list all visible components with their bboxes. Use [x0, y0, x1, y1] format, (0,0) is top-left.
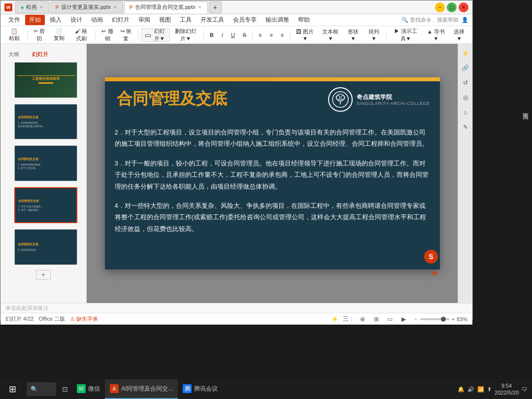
menu-help[interactable]: 帮助 [294, 15, 314, 25]
delete-slide-button[interactable]: 删除幻灯片▼ [171, 28, 200, 42]
slide-thumb-4[interactable]: 合同管理及交底 2. 对于大型工程项目... 3. 对于一般的项目... [14, 187, 77, 223]
slide-thumb-2[interactable]: 合同管理及交底 1. 合同管理的目标 合同管理的意义和目标... [14, 104, 77, 140]
tray-icon-2[interactable]: 🔊 [467, 386, 474, 393]
close-button[interactable]: × [459, 2, 468, 12]
menu-start[interactable]: 开始 [25, 15, 45, 25]
status-icon-3[interactable]: ⊕ [358, 315, 367, 324]
taskbar-wps[interactable]: A AI同管理及合同交... [105, 379, 178, 399]
tab-songyan[interactable]: ● 松燕 × [15, 1, 49, 13]
status-play-icon[interactable]: ▶ [399, 315, 409, 324]
panel-tool-5[interactable]: ⌂ [460, 107, 471, 118]
toolbar-sep-7 [386, 30, 387, 40]
status-icon-2[interactable]: 三： [344, 315, 354, 324]
outline-tab[interactable]: 大纲 [3, 49, 24, 59]
menu-animate[interactable]: 动画 [87, 15, 107, 25]
present-button[interactable]: ▶ 演示工具▼ [389, 28, 422, 42]
taskbar-apps: W 微信 A AI同管理及合同交... 腾 腾讯会议 [72, 379, 453, 399]
shape-button[interactable]: 形状▼ [344, 28, 363, 42]
tray-icon-3[interactable]: 📶 [477, 386, 484, 393]
slide-para-1: 2．对于大型的工程项目，设立项目的合同管理小组，专门负责与该项目有关的合同管理工… [115, 127, 430, 150]
panel-tool-6[interactable]: ✎ [460, 122, 471, 133]
taskbar-time[interactable]: 9:54 2022/5/20 [495, 382, 519, 397]
toolbar-sep-4 [203, 30, 204, 40]
slide-thumb-1[interactable]: 工程造价咨询体系 [14, 62, 77, 98]
slides-tab[interactable]: 幻灯片 [27, 49, 53, 59]
zoom-control: － + 83% [413, 315, 467, 323]
tray-icon-4[interactable]: ⬆ [487, 386, 492, 393]
undo-button[interactable]: ↩ 撤销 [99, 28, 116, 42]
cut-button[interactable]: ✂ 剪切 [31, 28, 48, 42]
insert-text-button[interactable]: 文本框▼ [319, 28, 342, 42]
toolbar-sep-5 [252, 30, 253, 40]
menu-dev[interactable]: 开发工具 [197, 15, 228, 25]
zoom-plus[interactable]: + [452, 316, 455, 322]
tray-icon-1[interactable]: 🔔 [458, 386, 465, 393]
menu-tools[interactable]: 工具 [176, 15, 196, 25]
menu-vip[interactable]: 会员专享 [229, 15, 261, 25]
tab-add[interactable]: + [209, 1, 222, 13]
tab-close-contract-icon[interactable]: × [198, 4, 202, 10]
tab-design[interactable]: P 设计变更及落实.pptx × [50, 1, 123, 13]
menu-file[interactable]: 文件 [4, 15, 24, 25]
italic-button[interactable]: I [219, 28, 226, 42]
copy-button[interactable]: 📄 复制 [49, 28, 69, 42]
panel-tool-1[interactable]: ⚡ [460, 48, 471, 59]
underline-button[interactable]: U [228, 28, 238, 42]
new-slide-button[interactable]: ▭ 幻灯片▼ [141, 28, 170, 42]
menu-review[interactable]: 审阅 [134, 15, 154, 25]
menu-insert[interactable]: 插入 [46, 15, 66, 25]
panel-tool-4[interactable]: ◎ [460, 92, 471, 103]
add-slide-button[interactable]: + [36, 270, 51, 280]
tab-contract[interactable]: P 合同管理及合同交底.pptx × [124, 1, 208, 13]
taskview-icon[interactable]: ⊡ [58, 382, 72, 396]
export-button[interactable]: ▲ 导书▼ [424, 28, 448, 42]
zoom-minus[interactable]: － [413, 315, 418, 323]
slide-thumb-3[interactable]: 合同管理及交底 2. 合同管理组织机构 1. 对于小型工程... [14, 145, 77, 181]
slide-group: ▭ 幻灯片▼ 删除幻灯片▼ [141, 28, 200, 42]
taskbar-search[interactable]: 🔍 [27, 382, 56, 396]
tab-close-icon[interactable]: × [39, 4, 44, 10]
format-painter-button[interactable]: 🖌 格式刷 [70, 28, 92, 42]
panel-tool-2[interactable]: 🔗 [460, 63, 471, 73]
windows-start-button[interactable]: ⊞ [0, 379, 25, 399]
slide-body: 2．对于大型的工程项目，设立项目的合同管理小组，专门负责与该项目有关的合同管理工… [115, 127, 430, 260]
notification-icon[interactable]: 🗨 [522, 386, 527, 392]
menu-slide[interactable]: 幻灯片 [108, 15, 133, 25]
maximize-button[interactable]: □ [447, 2, 457, 12]
paste-button[interactable]: 📋 粘贴 [4, 28, 24, 42]
zoom-slider[interactable] [420, 318, 450, 320]
right-panel: ⚡ 🔗 ↺ ◎ ⌂ ✎ [458, 44, 472, 303]
search-box[interactable]: 🔍 查找命令、搜索帮助 [401, 16, 459, 24]
slide-title[interactable]: 合同管理及交底 [117, 88, 227, 110]
status-slide-icon[interactable]: ▭ [385, 315, 395, 324]
menu-view[interactable]: 视图 [155, 15, 175, 25]
align-center-button[interactable]: ≡ [266, 28, 275, 42]
panel-tool-3[interactable]: ↺ [460, 77, 471, 88]
note-area[interactable]: 单击此处添加备注 [0, 303, 472, 313]
font-missing-icon: ⚠ [70, 316, 75, 322]
taskbar-meeting[interactable]: 腾 腾讯会议 [178, 379, 223, 399]
slide-icon: ▭ [145, 31, 151, 39]
status-icon-1[interactable]: ⚡ [330, 315, 340, 324]
taskbar-tray: 🔔 🔊 📶 ⬆ 9:54 2022/5/20 🗨 [453, 382, 532, 397]
font-missing[interactable]: ⚠ 缺失字体 [70, 315, 98, 323]
redo-button[interactable]: ↪ 恢复 [117, 28, 135, 42]
zh-badge: 中 [432, 270, 438, 278]
current-slide[interactable]: 奇点建筑学院 SINGULARITY-ARCHI-COLLEGE 合同管理及交底… [105, 77, 440, 269]
arrange-button[interactable]: 排列▼ [365, 28, 383, 42]
menu-output[interactable]: 输出调整 [262, 15, 293, 25]
select-button[interactable]: 选择▼ [450, 28, 468, 42]
strikethrough-button[interactable]: S [240, 28, 249, 42]
align-right-button[interactable]: ≡ [278, 28, 287, 42]
status-grid-icon[interactable]: ⊞ [371, 315, 381, 324]
bold-button[interactable]: B [207, 28, 217, 42]
menu-design[interactable]: 设计 [66, 15, 86, 25]
user-avatar: 👤 [462, 17, 468, 23]
slide-thumb-5[interactable]: 合同管理及交底 5. 合同交底内容... [14, 229, 77, 265]
minimize-button[interactable]: － [435, 2, 445, 12]
taskbar-wechat[interactable]: W 微信 [72, 379, 105, 399]
insert-picture-button[interactable]: 🖼 图片▼ [293, 28, 317, 42]
tab-close-design-icon[interactable]: × [113, 4, 118, 10]
toolbar-sep-3 [138, 30, 138, 40]
align-left-button[interactable]: ≡ [256, 28, 265, 42]
